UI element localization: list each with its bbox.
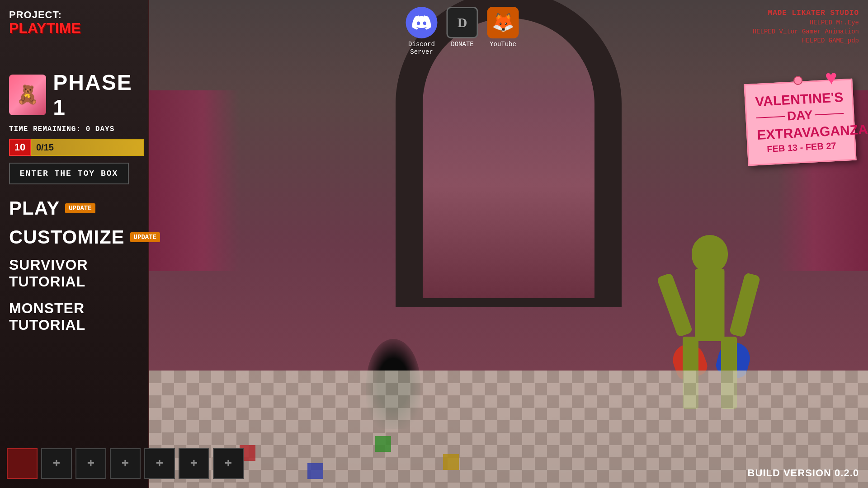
toy-box-icon xyxy=(9,75,46,115)
progress-container: 10 0/15 xyxy=(9,139,144,156)
logo-project-text: PROJECT: xyxy=(9,9,77,21)
customize-update-badge: UPDATE xyxy=(130,232,160,242)
slot-plus-7: + xyxy=(225,457,232,471)
menu-item-customize[interactable]: CUSTOMIZE UPDATE xyxy=(9,228,160,247)
play-update-badge: UPDATE xyxy=(65,203,95,213)
char-arm-left xyxy=(656,272,693,338)
customize-label: CUSTOMIZE xyxy=(9,228,125,247)
monster-label: MONSTER TUTORIAL xyxy=(9,300,160,333)
time-remaining: TIME REMAINING: 0 DAYS xyxy=(9,125,144,133)
hallway-bg xyxy=(149,0,868,488)
menu-section: PLAY UPDATE CUSTOMIZE UPDATE SURVIVOR TU… xyxy=(9,199,160,343)
progress-bar: 0/15 xyxy=(31,139,144,156)
yellow-tile xyxy=(443,454,459,470)
progress-badge: 10 xyxy=(9,139,31,156)
build-version: BUILD VERSION 0.2.0 xyxy=(748,467,859,479)
valentines-banner: ♥ VALENTINE'S DAY EXTRAVAGANZA FEB 13 - … xyxy=(744,79,856,166)
youtube-button[interactable]: 🦊 YouTube xyxy=(487,7,519,48)
enter-toybox-button[interactable]: ENTER THE TOY BOX xyxy=(9,163,129,184)
progress-text: 0/15 xyxy=(36,142,54,153)
donate-label: DONATE xyxy=(451,41,473,48)
slot-plus-4: + xyxy=(122,457,129,471)
menu-item-survivor[interactable]: SURVIVOR TUTORIAL xyxy=(9,257,160,290)
green-tile xyxy=(375,436,391,452)
valentines-title: VALENTINE'S DAY EXTRAVAGANZA xyxy=(755,89,845,142)
valentines-dates: FEB 13 - FEB 27 xyxy=(757,140,845,155)
donate-button[interactable]: D DONATE xyxy=(447,7,478,48)
slot-2[interactable]: + xyxy=(41,448,72,479)
arch-inner xyxy=(423,18,594,298)
helped-3-text: HELPED GAME_pdp xyxy=(753,37,859,44)
bottom-slots: + + + + + + xyxy=(7,448,244,479)
play-label: PLAY xyxy=(9,199,60,218)
youtube-label: YouTube xyxy=(490,41,516,48)
left-panel: PROJECT: PLAYTIME PHASE 1 TIME REMAINING… xyxy=(0,0,149,488)
helped-2-text: HELPED Vitor Gamer Animation xyxy=(753,28,859,35)
phase-title: PHASE 1 xyxy=(53,70,144,120)
slot-plus-5: + xyxy=(156,457,164,471)
top-center-buttons: DiscordServer D DONATE 🦊 YouTube xyxy=(406,7,519,56)
helped-1-text: HELPED Mr.Eye xyxy=(753,19,859,26)
slot-4[interactable]: + xyxy=(110,448,141,479)
menu-item-monster[interactable]: MONSTER TUTORIAL xyxy=(9,300,160,333)
slot-5[interactable]: + xyxy=(144,448,175,479)
logo-playtime-text: PLAYTIME xyxy=(9,21,77,35)
char-arm-right xyxy=(729,272,760,338)
discord-label: DiscordServer xyxy=(408,41,435,56)
slot-1[interactable] xyxy=(7,448,38,479)
slot-plus-2: + xyxy=(53,457,61,471)
char-head xyxy=(692,235,728,273)
blue-tile xyxy=(307,463,323,479)
char-body xyxy=(695,269,725,341)
valentines-heart-icon: ♥ xyxy=(825,67,838,91)
made-by-text: MADE LIKATER STUDIO xyxy=(753,9,859,17)
slot-plus-6: + xyxy=(190,457,198,471)
phase-header: PHASE 1 xyxy=(9,70,144,120)
discord-icon xyxy=(406,7,438,38)
donate-icon: D xyxy=(447,7,478,38)
logo: PROJECT: PLAYTIME xyxy=(9,9,77,54)
slot-6[interactable]: + xyxy=(179,448,209,479)
banner-pin xyxy=(793,76,803,85)
credits-section: MADE LIKATER STUDIO HELPED Mr.Eye HELPED… xyxy=(753,9,859,44)
youtube-icon: 🦊 xyxy=(487,7,519,38)
slot-3[interactable]: + xyxy=(75,448,106,479)
slot-7[interactable]: + xyxy=(213,448,244,479)
survivor-label: SURVIVOR TUTORIAL xyxy=(9,257,160,290)
phase-section: PHASE 1 TIME REMAINING: 0 DAYS 10 0/15 E… xyxy=(9,70,144,196)
menu-item-play[interactable]: PLAY UPDATE xyxy=(9,199,160,218)
discord-button[interactable]: DiscordServer xyxy=(406,7,438,56)
wall-left xyxy=(149,90,240,271)
slot-plus-3: + xyxy=(87,457,95,471)
